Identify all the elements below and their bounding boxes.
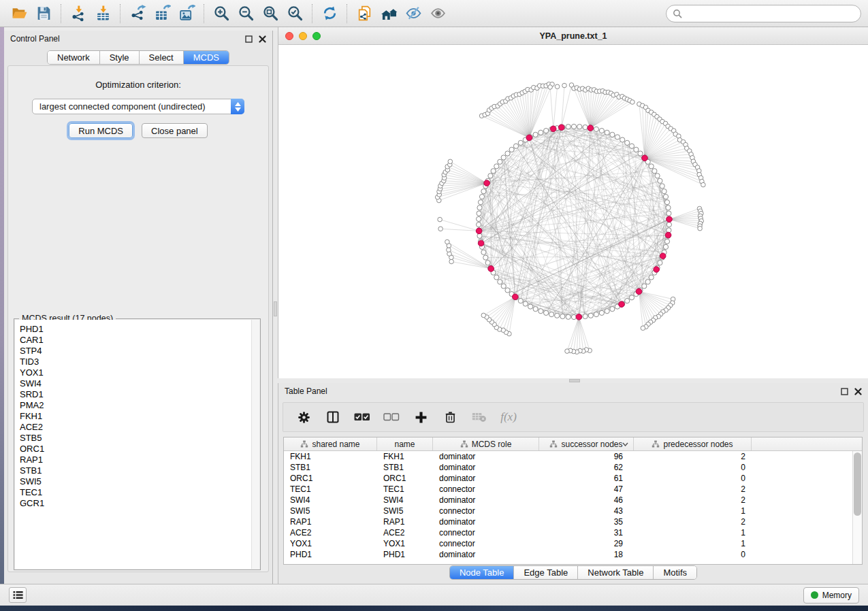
import-network-button[interactable] xyxy=(66,3,91,24)
cell-successor-nodes[interactable]: 61 xyxy=(539,473,634,484)
table-row[interactable]: TEC1TEC1connector472 xyxy=(284,484,852,495)
mcds-result-list[interactable]: PHD1CAR1STP4TID3YOX1SWI4SRD1PMA2FKH1ACE2… xyxy=(15,320,259,569)
close-window-light[interactable] xyxy=(285,32,293,40)
cell-mcds-role[interactable]: connector xyxy=(433,538,539,549)
vertical-splitter[interactable] xyxy=(273,31,278,584)
mcds-result-item[interactable]: STP4 xyxy=(20,346,259,357)
mcds-result-item[interactable]: YOX1 xyxy=(20,367,259,378)
table-row[interactable]: STB1STB1dominator620 xyxy=(284,462,852,473)
cell-shared-name[interactable]: FKH1 xyxy=(284,451,377,462)
search-box[interactable] xyxy=(666,5,861,22)
search-input[interactable] xyxy=(686,9,854,18)
cell-filler[interactable] xyxy=(752,473,852,484)
cell-successor-nodes[interactable]: 31 xyxy=(539,527,634,538)
cell-shared-name[interactable]: YOX1 xyxy=(284,538,377,549)
show-columns-button[interactable] xyxy=(323,408,342,427)
select-all-rows-button[interactable] xyxy=(353,408,372,427)
cell-name[interactable]: RAP1 xyxy=(377,516,433,527)
create-column-button[interactable] xyxy=(411,408,430,427)
tab-style[interactable]: Style xyxy=(100,51,140,64)
mcds-result-item[interactable]: SWI4 xyxy=(20,378,259,389)
cell-filler[interactable] xyxy=(752,527,852,538)
table-scrollbar[interactable] xyxy=(852,451,862,564)
mcds-result-item[interactable]: PHD1 xyxy=(20,324,259,335)
cell-filler[interactable] xyxy=(752,495,852,506)
export-network-button[interactable] xyxy=(125,3,150,24)
close-panel-icon[interactable] xyxy=(854,388,862,395)
cell-mcds-role[interactable]: dominator xyxy=(433,516,539,527)
zoom-fit-button[interactable] xyxy=(258,3,283,24)
float-panel-icon[interactable] xyxy=(245,35,253,43)
tab-motifs[interactable]: Motifs xyxy=(654,566,696,579)
mcds-result-item[interactable]: TID3 xyxy=(20,357,259,367)
cell-filler[interactable] xyxy=(752,462,852,473)
cell-name[interactable]: YOX1 xyxy=(377,538,433,549)
cell-name[interactable]: ORC1 xyxy=(377,473,433,484)
splitter-grip[interactable] xyxy=(569,379,580,382)
table-row[interactable]: PHD1PHD1dominator180 xyxy=(284,549,852,560)
cell-successor-nodes[interactable]: 96 xyxy=(539,451,634,462)
cell-mcds-role[interactable]: dominator xyxy=(433,473,539,484)
import-table-button[interactable] xyxy=(91,3,115,24)
cell-predecessor-nodes[interactable]: 1 xyxy=(634,506,752,516)
cell-filler[interactable] xyxy=(752,516,852,527)
refresh-view-button[interactable] xyxy=(317,3,342,24)
network-canvas[interactable] xyxy=(278,45,868,378)
task-history-button[interactable] xyxy=(9,587,27,603)
tab-node-table[interactable]: Node Table xyxy=(450,566,515,579)
cell-name[interactable]: TEC1 xyxy=(377,484,433,495)
table-row[interactable]: ORC1ORC1dominator610 xyxy=(284,473,852,484)
cell-predecessor-nodes[interactable]: 1 xyxy=(634,527,752,538)
splitter-grip[interactable] xyxy=(274,301,277,316)
tab-network[interactable]: Network xyxy=(48,51,100,64)
cell-mcds-role[interactable]: dominator xyxy=(433,549,539,560)
mcds-result-item[interactable]: STB5 xyxy=(20,433,259,444)
mcds-result-item[interactable]: RAP1 xyxy=(20,455,259,465)
mcds-result-item[interactable]: ACE2 xyxy=(20,422,259,433)
cell-shared-name[interactable]: STB1 xyxy=(284,462,377,473)
cell-mcds-role[interactable]: connector xyxy=(433,527,539,538)
table-row[interactable]: SWI4SWI4dominator462 xyxy=(284,495,852,506)
close-panel-button[interactable]: Close panel xyxy=(142,123,208,138)
cell-filler[interactable] xyxy=(752,538,852,549)
mcds-result-scrollbar[interactable] xyxy=(251,320,259,569)
memory-button[interactable]: Memory xyxy=(803,587,859,604)
zoom-in-button[interactable] xyxy=(209,3,234,24)
cell-predecessor-nodes[interactable]: 2 xyxy=(634,516,752,527)
cell-mcds-role[interactable]: dominator xyxy=(433,495,539,506)
cell-name[interactable]: PHD1 xyxy=(377,549,433,560)
cell-filler[interactable] xyxy=(752,484,852,495)
hide-selected-button[interactable] xyxy=(401,3,425,24)
cell-successor-nodes[interactable]: 35 xyxy=(539,516,634,527)
mcds-result-item[interactable]: TEC1 xyxy=(20,487,259,498)
cell-predecessor-nodes[interactable]: 2 xyxy=(634,451,752,462)
table-row[interactable]: YOX1YOX1connector291 xyxy=(284,538,852,549)
cell-successor-nodes[interactable]: 46 xyxy=(539,495,634,506)
function-builder-button-disabled[interactable]: f(x) xyxy=(499,408,518,427)
close-panel-icon[interactable] xyxy=(259,35,266,43)
column-header-predecessor-nodes[interactable]: predecessor nodes xyxy=(634,437,752,450)
cell-predecessor-nodes[interactable]: 0 xyxy=(634,473,752,484)
horizontal-splitter[interactable] xyxy=(278,378,868,383)
save-session-button[interactable] xyxy=(31,3,56,24)
mcds-result-item[interactable]: ORC1 xyxy=(20,444,259,455)
mcds-result-item[interactable]: SRD1 xyxy=(20,389,259,400)
table-scrollbar-thumb[interactable] xyxy=(854,452,861,516)
cell-shared-name[interactable]: SWI4 xyxy=(284,495,377,506)
cell-successor-nodes[interactable]: 62 xyxy=(539,462,634,473)
column-header-shared-name[interactable]: shared name xyxy=(284,437,377,450)
cell-predecessor-nodes[interactable]: 1 xyxy=(634,538,752,549)
cell-shared-name[interactable]: ACE2 xyxy=(284,527,377,538)
zoom-out-button[interactable] xyxy=(234,3,258,24)
cell-shared-name[interactable]: RAP1 xyxy=(284,516,377,527)
cell-successor-nodes[interactable]: 47 xyxy=(539,484,634,495)
export-table-button[interactable] xyxy=(150,3,174,24)
tab-network-table[interactable]: Network Table xyxy=(578,566,654,579)
cell-mcds-role[interactable]: dominator xyxy=(433,462,539,473)
network-view[interactable] xyxy=(278,45,868,378)
tab-select[interactable]: Select xyxy=(140,51,184,64)
optimization-criterion-dropdown[interactable]: largest connected component (undirected) xyxy=(32,99,244,114)
cell-filler[interactable] xyxy=(752,549,852,560)
mcds-result-item[interactable]: PMA2 xyxy=(20,400,259,411)
open-network-document-button[interactable] xyxy=(352,3,376,24)
